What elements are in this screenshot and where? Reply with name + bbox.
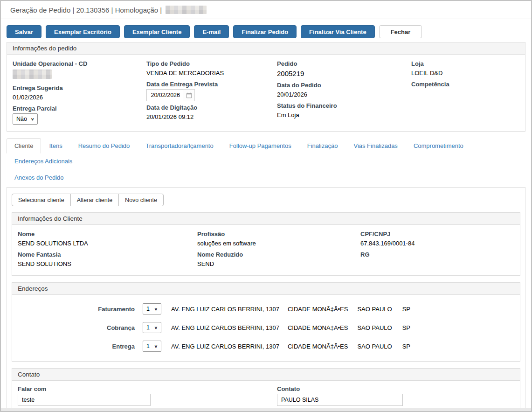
store-label: Loja <box>411 58 519 69</box>
competence-value <box>411 89 519 98</box>
delivery-address-district: CIDADE MONÃ‡Ã•ES <box>288 343 348 350</box>
typing-date-value: 20/01/2026 09:12 <box>146 112 277 122</box>
order-generation-window: { "colors": { "accent": "#2e6da4", "link… <box>0 0 532 412</box>
chevron-down-icon: ∨ <box>31 117 34 121</box>
order-number-value: 2005219 <box>277 69 411 79</box>
tabs-row-1: Cliente Itens Resumo do Pedido Transport… <box>7 138 525 169</box>
financial-status-label: Status do Financeiro <box>277 100 411 111</box>
tab-transportadora-icamento[interactable]: Transportadora/Içamento <box>138 138 221 154</box>
delivery-address-select[interactable]: 1 ∨ <box>143 341 161 352</box>
order-type-value: VENDA DE MERCADORIAS <box>146 69 277 78</box>
collection-address-select[interactable]: 1 ∨ <box>143 322 161 333</box>
short-name-value: SEND <box>197 259 360 269</box>
address-row-cobranca: Cobrança 1 ∨ AV. ENG LUIZ CARLOS BERRINI… <box>18 318 514 337</box>
short-name-label: Nome Reduzido <box>197 249 360 259</box>
cliente-tab-content: Selecionar cliente Alterar cliente Novo … <box>7 187 525 412</box>
order-info-col-2: Tipo de Pedido VENDA DE MERCADORIAS Data… <box>146 58 277 126</box>
redacted-operational-unit-value <box>13 70 52 79</box>
cpf-cnpj-label: CPF/CNPJ <box>360 229 514 239</box>
collection-address-label: Cobrança <box>18 324 143 331</box>
client-info-heading: Informações do Cliente <box>12 213 520 225</box>
tabs-row-2: Anexos do Pedido <box>7 170 525 185</box>
tab-finalizacao[interactable]: Finalização <box>299 138 346 154</box>
cpf-cnpj-value: 67.843.169/0001-84 <box>360 239 514 248</box>
order-info-panel: Informações do pedido Unidade Operaciona… <box>7 42 525 132</box>
save-button[interactable]: Salvar <box>7 25 41 38</box>
collection-address-street: AV. ENG LUIZ CARLOS BERRINI, 1307 <box>171 324 279 331</box>
close-button[interactable]: Fechar <box>379 25 422 38</box>
expected-delivery-date-label: Data de Entrega Prevista <box>146 79 277 89</box>
tab-resumo-do-pedido[interactable]: Resumo do Pedido <box>70 138 138 154</box>
order-info-col-1: Unidade Operacional - CD Entrega Sugerid… <box>13 58 146 126</box>
suggested-delivery-label: Entrega Sugerida <box>13 83 146 93</box>
billing-address-state: SP <box>402 306 410 313</box>
profession-label: Profissão <box>197 229 360 239</box>
billing-address-select[interactable]: 1 ∨ <box>143 303 161 314</box>
finish-via-client-button[interactable]: Finalizar Via Cliente <box>301 25 375 38</box>
page-title: Geração de Pedido | 20.130356 | Homologa… <box>10 6 162 14</box>
delivery-address-state: SP <box>402 343 410 350</box>
new-client-button[interactable]: Novo cliente <box>118 194 164 206</box>
addresses-panel: Endereços Faturamento 1 ∨ AV. ENG LUIZ C… <box>12 282 520 362</box>
speak-with-label: Falar com <box>18 384 277 394</box>
collection-address-state: SP <box>402 324 410 331</box>
client-name-value: SEND SOLUTIONS LTDA <box>18 239 197 248</box>
tab-follow-up-pagamentos[interactable]: Follow-up Pagamentos <box>221 138 299 154</box>
client-info-col-1: Nome SEND SOLUTIONS LTDA Nome Fantasia S… <box>18 229 197 270</box>
email-button[interactable]: E-mail <box>194 25 229 38</box>
tab-anexos-do-pedido[interactable]: Anexos do Pedido <box>7 170 72 185</box>
contact-heading: Contato <box>12 369 520 381</box>
contact-name-label: Contato <box>277 384 514 394</box>
delivery-address-selected-value: 1 <box>146 343 150 349</box>
tab-vias-finalizadas[interactable]: Vias Finalizadas <box>345 138 405 154</box>
office-copy-button[interactable]: Exemplar Escritório <box>46 25 120 38</box>
client-info-col-2: Profissão soluções em software Nome Redu… <box>197 229 360 270</box>
order-date-value: 20/01/2026 <box>277 90 411 99</box>
store-value: LOEIL D&D <box>411 69 519 78</box>
redacted-user-name <box>166 6 207 14</box>
edit-client-button[interactable]: Alterar cliente <box>70 194 119 206</box>
delivery-address-city: SAO PAULO <box>357 343 392 350</box>
client-copy-button[interactable]: Exemplar Cliente <box>124 25 190 38</box>
chevron-down-icon: ∨ <box>154 307 158 311</box>
tab-cliente[interactable]: Cliente <box>7 138 41 154</box>
competence-label: Competência <box>411 79 519 89</box>
addresses-heading: Endereços <box>12 283 520 295</box>
client-info-col-3: CPF/CNPJ 67.843.169/0001-84 RG <box>360 229 514 270</box>
trade-name-label: Nome Fantasia <box>18 249 197 259</box>
order-info-heading: Informações do pedido <box>7 42 525 55</box>
financial-status-value: Em Loja <box>277 111 411 120</box>
client-info-panel: Informações do Cliente Nome SEND SOLUTIO… <box>12 212 520 276</box>
collection-address-district: CIDADE MONÃ‡Ã•ES <box>288 324 348 331</box>
calendar-icon[interactable] <box>183 89 195 101</box>
partial-delivery-select[interactable]: Não ∨ <box>13 113 38 125</box>
billing-address-selected-value: 1 <box>146 306 150 312</box>
chevron-down-icon: ∨ <box>154 326 158 330</box>
select-client-button[interactable]: Selecionar cliente <box>12 194 71 206</box>
tab-enderecos-adicionais[interactable]: Endereços Adicionais <box>7 154 80 169</box>
billing-address-label: Faturamento <box>18 306 143 313</box>
contact-name-input[interactable] <box>277 394 403 406</box>
action-toolbar: Salvar Exemplar Escritório Exemplar Clie… <box>7 25 525 38</box>
client-actions-group: Selecionar cliente Alterar cliente Novo … <box>12 194 164 206</box>
expected-delivery-date-input[interactable] <box>146 89 183 101</box>
partial-delivery-selected-value: Não <box>16 116 27 122</box>
finish-order-button[interactable]: Finalizar Pedido <box>233 25 297 38</box>
collection-address-city: SAO PAULO <box>357 324 392 331</box>
tab-itens[interactable]: Itens <box>41 138 70 154</box>
speak-with-input[interactable] <box>18 394 151 406</box>
client-name-label: Nome <box>18 229 197 239</box>
order-info-col-4: Loja LOEIL D&D Competência <box>411 58 519 126</box>
tab-comprometimento[interactable]: Comprometimento <box>406 138 471 154</box>
trade-name-value: SEND SOLUTIONS <box>18 259 197 269</box>
address-row-entrega: Entrega 1 ∨ AV. ENG LUIZ CARLOS BERRINI,… <box>18 337 514 356</box>
delivery-address-street: AV. ENG LUIZ CARLOS BERRINI, 1307 <box>171 343 279 350</box>
rg-value <box>360 259 514 268</box>
chevron-down-icon: ∨ <box>154 344 158 349</box>
contact-panel: Contato Falar com Email de contato Códig… <box>12 368 520 412</box>
typing-date-label: Data de Digitação <box>146 102 277 112</box>
rg-label: RG <box>360 249 514 259</box>
billing-address-street: AV. ENG LUIZ CARLOS BERRINI, 1307 <box>171 306 279 313</box>
collection-address-selected-value: 1 <box>146 324 150 331</box>
billing-address-city: SAO PAULO <box>357 306 392 313</box>
